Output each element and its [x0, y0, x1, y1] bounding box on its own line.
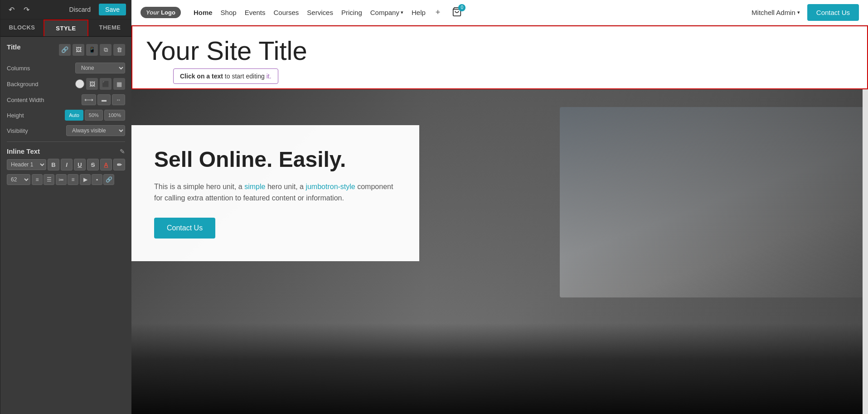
extra-buttons: ▶ ▪ 🔗 — [80, 174, 114, 185]
bg-video-btn[interactable]: ⬛ — [100, 78, 112, 90]
nav-events[interactable]: Events — [245, 9, 266, 16]
visibility-select[interactable]: Always visible — [66, 125, 125, 136]
bg-pattern-btn[interactable]: ▦ — [113, 78, 125, 90]
bold-btn[interactable]: B — [48, 159, 59, 170]
title-icon-group: 🔗 🖼 📱 ⧉ 🗑 — [59, 44, 125, 56]
visibility-row: Visibility Always visible — [7, 125, 125, 136]
delete-icon-btn[interactable]: 🗑 — [113, 44, 125, 56]
inline-text-label: Inline Text — [7, 147, 40, 155]
background-label: Background — [7, 81, 48, 88]
inline-text-header: Inline Text ✎ — [7, 147, 125, 155]
hero-contact-us-button[interactable]: Contact Us — [154, 218, 215, 239]
logo-text: Logo — [161, 9, 175, 16]
columns-select[interactable]: None — [75, 63, 125, 73]
hero-link-simple[interactable]: simple — [244, 183, 265, 190]
columns-row: Columns None — [7, 63, 125, 73]
height-50-btn[interactable]: 50% — [85, 110, 103, 121]
site-title-input[interactable] — [146, 35, 853, 66]
toolbar-right: Discard Save — [65, 4, 126, 15]
link-icon-btn[interactable]: 🔗 — [59, 44, 71, 56]
hero-desc-text2: hero unit, a — [265, 183, 305, 190]
size-row: 62 48 36 24 ≡ ☰ ≔ ≡ ▶ ▪ 🔗 — [7, 174, 125, 185]
content-width-label: Content Width — [7, 97, 48, 103]
nav-company[interactable]: Company ▾ — [370, 9, 403, 16]
logo-your: Your — [146, 9, 159, 16]
inline-text-edit-btn[interactable]: ✎ — [120, 148, 125, 155]
nav-company-label: Company — [370, 9, 399, 16]
height-auto-btn[interactable]: Auto — [65, 110, 83, 121]
hero-desc-text: This is a simple hero unit, a — [154, 183, 244, 190]
redo-button[interactable]: ↷ — [21, 5, 32, 15]
height-buttons: Auto 50% 100% — [65, 110, 125, 121]
unordered-list-btn[interactable]: ≔ — [56, 174, 67, 185]
strikethrough-btn[interactable]: S — [87, 159, 99, 170]
content-width-row: Content Width ⟷ ▬ ↔ — [7, 94, 125, 105]
height-100-btn[interactable]: 100% — [104, 110, 125, 121]
text-pen-btn[interactable]: ✏ — [113, 159, 125, 170]
edit-tooltip: Click on a text to start editing it. — [173, 68, 278, 84]
content-width-box-btn[interactable]: ▬ — [97, 94, 111, 105]
columns-label: Columns — [7, 65, 48, 72]
hero-bottom-overlay — [131, 323, 868, 414]
media-btn[interactable]: ▪ — [92, 174, 102, 185]
undo-button[interactable]: ↶ — [6, 5, 17, 15]
align-buttons: ≡ ☰ — [32, 174, 54, 185]
nav-shop[interactable]: Shop — [221, 9, 237, 16]
tab-style[interactable]: STYLE — [44, 19, 88, 36]
height-row: Height Auto 50% 100% — [7, 110, 125, 121]
background-color-picker[interactable] — [75, 79, 84, 88]
play-btn[interactable]: ▶ — [80, 174, 91, 185]
content-width-buttons: ⟷ ▬ ↔ — [82, 94, 125, 105]
chevron-down-icon: ▾ — [401, 10, 403, 15]
nav-help[interactable]: Help — [412, 9, 426, 16]
page-content: Click on a text to start editing it. Sel… — [131, 25, 868, 414]
hero-link-jumbotron[interactable]: jumbotron-style — [305, 183, 355, 190]
cart-icon[interactable]: 0 — [452, 7, 462, 19]
text-color-btn[interactable]: A — [100, 159, 112, 170]
link-text-btn[interactable]: 🔗 — [103, 174, 114, 185]
visibility-label: Visibility — [7, 127, 48, 134]
ordered-list-btn[interactable]: ≡ — [68, 174, 78, 185]
italic-btn[interactable]: I — [61, 159, 73, 170]
nav-right: Mitchell Admin ▾ Contact Us — [752, 4, 859, 21]
nav-pricing[interactable]: Pricing — [341, 9, 362, 16]
content-width-expand-btn[interactable]: ⟷ — [82, 94, 96, 105]
panel-toolbar: ↶ ↷ Discard Save — [0, 0, 131, 19]
admin-menu[interactable]: Mitchell Admin ▾ — [752, 9, 800, 16]
discard-button[interactable]: Discard — [65, 4, 95, 15]
tooltip-click-text: Click on a text — [180, 73, 223, 80]
align-left-btn[interactable]: ≡ — [32, 174, 43, 185]
logo-badge: Your Logo — [141, 7, 181, 18]
image-icon-btn[interactable]: 🖼 — [73, 44, 84, 56]
nav-home[interactable]: Home — [194, 9, 213, 16]
underline-btn[interactable]: U — [74, 159, 86, 170]
size-select[interactable]: 62 48 36 24 — [7, 174, 30, 185]
list-buttons: ≔ ≡ — [56, 174, 78, 185]
save-button[interactable]: Save — [99, 4, 126, 15]
tooltip-suffix: to start editing — [225, 73, 267, 80]
panel-content: Title 🔗 🖼 📱 ⧉ 🗑 Columns None Background … — [0, 37, 131, 414]
bg-image-btn[interactable]: 🖼 — [86, 78, 98, 90]
format-select[interactable]: Header 1 Header 2 Paragraph — [7, 159, 46, 170]
tab-blocks[interactable]: BLOCKS — [0, 19, 44, 36]
nav-courses[interactable]: Courses — [274, 9, 299, 16]
content-width-arrows-btn[interactable]: ↔ — [112, 94, 125, 105]
toolbar-left: ↶ ↷ — [6, 5, 32, 15]
contact-us-button[interactable]: Contact Us — [807, 4, 859, 21]
format-row: Header 1 Header 2 Paragraph B I U S A ✏ — [7, 159, 125, 170]
hero-description: This is a simple hero unit, a simple her… — [154, 181, 397, 204]
panel-tabs: BLOCKS STYLE THEME — [0, 19, 131, 37]
align-center-btn[interactable]: ☰ — [44, 174, 54, 185]
background-row: Background 🖼 ⬛ ▦ — [7, 78, 125, 90]
nav-add-icon[interactable]: + — [436, 8, 441, 17]
copy-icon-btn[interactable]: ⧉ — [100, 44, 112, 56]
admin-chevron-icon: ▾ — [797, 10, 800, 15]
hero-card: Sell Online. Easily. This is a simple he… — [131, 125, 419, 261]
admin-label: Mitchell Admin — [752, 9, 795, 16]
mobile-icon-btn[interactable]: 📱 — [86, 44, 98, 56]
cart-badge: 0 — [458, 4, 466, 11]
tab-theme[interactable]: THEME — [88, 19, 131, 36]
nav-services[interactable]: Services — [307, 9, 333, 16]
hero-section: Click on a text to start editing it. Sel… — [131, 25, 868, 414]
style-section-title: Title — [7, 43, 21, 51]
